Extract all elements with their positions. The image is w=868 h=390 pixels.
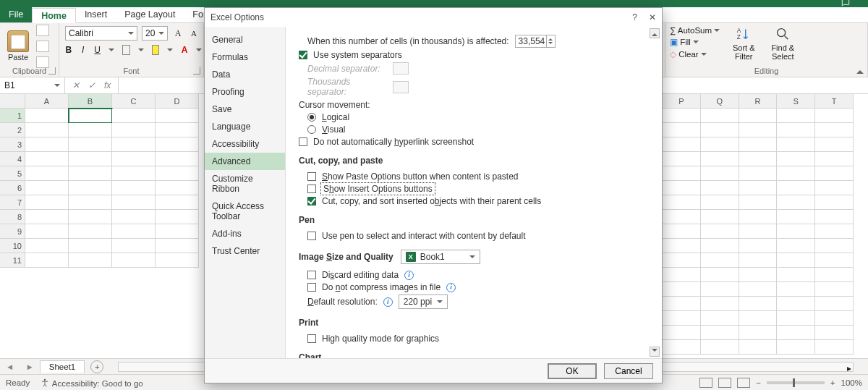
- category-trust-center[interactable]: Trust Center: [205, 242, 285, 260]
- copy-button[interactable]: [36, 41, 49, 52]
- bold-button[interactable]: B: [65, 45, 72, 55]
- cell-R13[interactable]: [739, 282, 778, 297]
- discard-editing-data-checkbox[interactable]: [307, 271, 316, 279]
- cell-C7[interactable]: [112, 195, 156, 210]
- cell-C5[interactable]: [112, 166, 156, 181]
- autosum-button[interactable]: ∑ AutoSum: [670, 26, 720, 35]
- cell-B5[interactable]: [69, 166, 112, 181]
- category-add-ins[interactable]: Add-ins: [205, 225, 285, 242]
- border-button[interactable]: [122, 45, 130, 55]
- underline-button[interactable]: U: [94, 45, 101, 55]
- tab-home[interactable]: Home: [32, 8, 76, 23]
- panel-scrollbar[interactable]: [649, 27, 660, 358]
- cell-S3[interactable]: [777, 137, 815, 152]
- cell-C2[interactable]: [112, 123, 156, 137]
- cut-copy-sort-objects-checkbox[interactable]: [307, 197, 316, 205]
- cell-R6[interactable]: [739, 181, 778, 195]
- row-header-4[interactable]: 4: [0, 152, 25, 166]
- font-name-combo[interactable]: Calibri: [65, 26, 137, 41]
- cell-D1[interactable]: [156, 109, 199, 123]
- cell-Q2[interactable]: [701, 123, 739, 137]
- high-quality-graphics-checkbox[interactable]: [307, 334, 316, 343]
- col-header-B[interactable]: B: [69, 94, 112, 109]
- cell-P6[interactable]: [663, 181, 701, 195]
- cell-T3[interactable]: [815, 137, 854, 152]
- cell-T15[interactable]: [815, 311, 854, 326]
- cell-P8[interactable]: [663, 210, 701, 224]
- tab-page-layout[interactable]: Page Layout: [116, 7, 184, 22]
- scroll-up-icon[interactable]: [650, 28, 660, 38]
- find-select-button[interactable]: Find & Select: [767, 26, 798, 61]
- cell-R1[interactable]: [739, 109, 778, 123]
- cell-D4[interactable]: [156, 152, 199, 166]
- row-header-11[interactable]: 11: [0, 253, 25, 268]
- info-icon[interactable]: i: [446, 283, 456, 292]
- cell-T7[interactable]: [815, 195, 854, 210]
- fill-color-button[interactable]: [152, 45, 160, 55]
- new-sheet-button[interactable]: +: [90, 360, 103, 373]
- cell-B2[interactable]: [69, 123, 112, 137]
- cell-P15[interactable]: [663, 311, 701, 326]
- pen-select-checkbox[interactable]: [307, 232, 316, 240]
- cell-T2[interactable]: [815, 123, 854, 137]
- cell-T5[interactable]: [815, 166, 854, 181]
- col-header-Q[interactable]: Q: [701, 94, 739, 109]
- row-header-6[interactable]: 6: [0, 181, 25, 195]
- col-header-C[interactable]: C: [112, 94, 156, 109]
- font-size-combo[interactable]: 20: [142, 26, 168, 41]
- fill-button[interactable]: ▣ Fill: [670, 37, 720, 47]
- cell-T1[interactable]: [815, 109, 854, 123]
- cell-D5[interactable]: [156, 166, 199, 181]
- cell-Q13[interactable]: [701, 282, 739, 297]
- category-quick-access-toolbar[interactable]: Quick Access Toolbar: [205, 198, 285, 225]
- tab-file[interactable]: File: [0, 7, 32, 22]
- cell-B6[interactable]: [69, 181, 112, 195]
- use-system-separators-checkbox[interactable]: [299, 51, 307, 59]
- cell-T12[interactable]: [815, 268, 854, 282]
- cells-affected-spinner[interactable]: [547, 35, 556, 48]
- row-header-5[interactable]: 5: [0, 166, 25, 181]
- show-insert-options-checkbox[interactable]: [307, 185, 316, 193]
- cell-D6[interactable]: [156, 181, 199, 195]
- cell-A6[interactable]: [25, 181, 69, 195]
- cell-R7[interactable]: [739, 195, 778, 210]
- cell-C3[interactable]: [112, 137, 156, 152]
- cell-T17[interactable]: [815, 340, 854, 355]
- cancel-formula-icon[interactable]: ✕: [72, 80, 80, 90]
- cell-B4[interactable]: [69, 152, 112, 166]
- cell-Q1[interactable]: [701, 109, 739, 123]
- cell-B1[interactable]: [69, 109, 112, 123]
- cell-T13[interactable]: [815, 282, 854, 297]
- cell-D3[interactable]: [156, 137, 199, 152]
- cell-Q9[interactable]: [701, 224, 739, 239]
- cell-Q14[interactable]: [701, 297, 739, 311]
- row-header-9[interactable]: 9: [0, 224, 25, 239]
- cell-A4[interactable]: [25, 152, 69, 166]
- cell-S11[interactable]: [777, 253, 815, 268]
- cell-A7[interactable]: [25, 195, 69, 210]
- cell-R12[interactable]: [739, 268, 778, 282]
- category-general[interactable]: General: [205, 31, 285, 48]
- font-color-arrow[interactable]: [195, 45, 203, 55]
- cell-T9[interactable]: [815, 224, 854, 239]
- cell-A5[interactable]: [25, 166, 69, 181]
- category-data[interactable]: Data: [205, 66, 285, 83]
- cell-C4[interactable]: [112, 152, 156, 166]
- border-arrow[interactable]: [137, 45, 145, 55]
- info-icon[interactable]: i: [383, 297, 393, 307]
- cell-C6[interactable]: [112, 181, 156, 195]
- cell-A2[interactable]: [25, 123, 69, 137]
- cell-T4[interactable]: [815, 152, 854, 166]
- cell-T16[interactable]: [815, 326, 854, 340]
- clear-button[interactable]: ◇ Clear: [670, 49, 720, 59]
- cell-P17[interactable]: [663, 340, 701, 355]
- cell-Q16[interactable]: [701, 326, 739, 340]
- col-header-S[interactable]: S: [777, 94, 815, 109]
- cell-T11[interactable]: [815, 253, 854, 268]
- cell-S17[interactable]: [777, 340, 815, 355]
- cell-C10[interactable]: [112, 239, 156, 253]
- sheet-nav-next[interactable]: ►: [20, 363, 39, 371]
- cell-Q15[interactable]: [701, 311, 739, 326]
- category-proofing[interactable]: Proofing: [205, 83, 285, 101]
- cell-S5[interactable]: [777, 166, 815, 181]
